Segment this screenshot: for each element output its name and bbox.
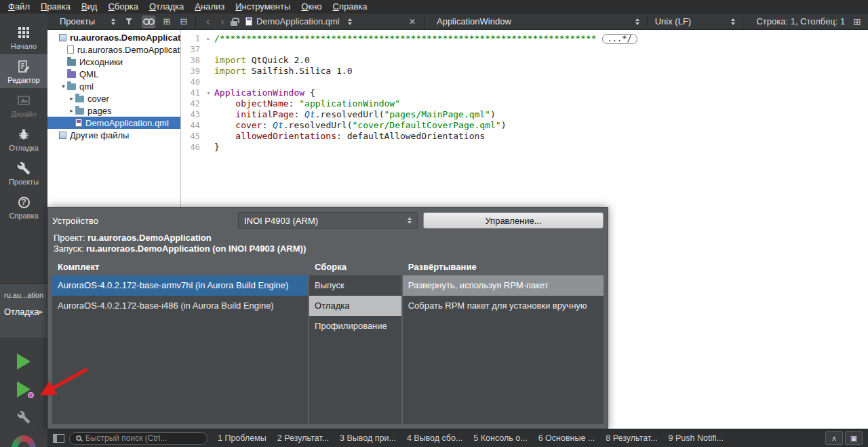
mode-design[interactable]: Дизайн <box>0 88 47 122</box>
output-pane-button[interactable]: 2 Результат... <box>272 429 334 447</box>
fold-marker-icon[interactable]: ▸ <box>203 33 214 44</box>
kit-selector-button[interactable]: ru.au...ation Отладка ▸ <box>0 284 47 339</box>
code-line[interactable]: 46} <box>181 142 868 153</box>
menu-item[interactable]: Вид <box>76 0 103 14</box>
menu-item[interactable]: Отладка <box>144 0 189 14</box>
add-pane-icon[interactable]: ⊞ <box>161 16 172 28</box>
tree-item[interactable]: ru.auroraos.DemoApplicatio <box>47 31 180 43</box>
close-pane-icon[interactable]: ⊟ <box>178 16 189 28</box>
split-editor-icon[interactable]: ⊞ <box>853 16 861 27</box>
manage-devices-button[interactable]: Управление... <box>423 212 604 229</box>
design-mode-icon <box>16 93 31 108</box>
close-document-icon[interactable]: ✕ <box>409 17 416 26</box>
menu-item[interactable]: Справка <box>328 0 373 14</box>
code-line[interactable]: 37 <box>181 44 868 55</box>
menu-item[interactable]: Правка <box>35 0 76 14</box>
folder-icon <box>75 108 84 115</box>
symbol-selector[interactable]: ApplicationWindow <box>434 14 642 29</box>
tree-item[interactable]: DemoApplication.qml <box>47 117 180 129</box>
option-row[interactable]: Собрать RPM пакет для установки вручную <box>403 296 604 316</box>
pane-selector-label: Проекты <box>60 16 95 26</box>
output-pane-button[interactable]: 8 Результат... <box>600 429 663 447</box>
option-row[interactable]: Развернуть, используя RPM-пакет <box>403 275 604 296</box>
code-text: objectName: "applicationWindow" <box>214 98 400 109</box>
tree-item[interactable]: ru.auroraos.DemoApplicatio <box>47 43 180 56</box>
code-line[interactable]: 41▾ApplicationWindow { <box>181 88 868 98</box>
code-line[interactable]: 40 <box>181 77 868 88</box>
tree-item[interactable]: ▾qml <box>47 80 180 92</box>
tree-item-label: DemoApplication.qml <box>85 118 169 128</box>
mode-label: Дизайн <box>12 110 37 118</box>
option-row[interactable]: Профилирование <box>309 316 401 336</box>
code-line[interactable]: 38import QtQuick 2.0 <box>181 55 868 66</box>
tree-item[interactable]: Другие файлы <box>47 129 180 141</box>
option-row[interactable]: Выпуск <box>309 275 401 296</box>
code-text: allowedOrientations: defaultAllowedOrien… <box>214 131 485 142</box>
debug-mode-icon <box>16 127 31 142</box>
option-row[interactable]: AuroraOS-4.0.2.172-base-i486 (in Aurora … <box>52 296 308 316</box>
code-line[interactable]: 1▸/*************************************… <box>181 33 868 44</box>
code-line[interactable]: 43 initialPage: Qt.resolvedUrl("pages/Ma… <box>181 109 868 120</box>
line-number: 43 <box>181 109 203 120</box>
tree-item[interactable]: ▸cover <box>47 92 180 104</box>
search-input[interactable] <box>85 433 201 443</box>
option-row[interactable]: AuroraOS-4.0.2.172-base-armv7hl (in Auro… <box>52 275 308 296</box>
column-list: Развернуть, используя RPM-пакетСобрать R… <box>403 275 604 424</box>
tree-item[interactable]: Исходники <box>47 56 180 68</box>
option-row[interactable]: Отладка <box>309 296 401 316</box>
output-pane-button[interactable]: 6 Основные ... <box>533 429 601 447</box>
run-button[interactable] <box>12 351 36 372</box>
mode-help[interactable]: ?Справка <box>0 190 47 224</box>
expander-icon[interactable]: ▸ <box>68 95 75 102</box>
output-pane-button[interactable]: 9 Push Notifi... <box>663 429 729 447</box>
mode-edit[interactable]: Редактор <box>0 54 47 88</box>
code-line[interactable]: 44 cover: Qt.resolvedUrl("cover/DefaultC… <box>181 120 868 131</box>
maximize-output-icon[interactable]: ▣ <box>845 431 863 445</box>
document-tab[interactable]: DemoApplication.qml <box>245 16 405 26</box>
fold-marker-icon <box>203 120 214 131</box>
run-label: Запуск: <box>54 244 83 254</box>
mode-rail: НачалоРедакторДизайнОтладкаПроекты?Справ… <box>0 14 47 447</box>
output-pane-button[interactable]: 4 Вывод сбо... <box>401 429 468 447</box>
filter-icon[interactable] <box>125 17 136 26</box>
mode-welcome[interactable]: Начало <box>0 20 47 54</box>
line-number: 45 <box>181 131 203 142</box>
output-pane-button[interactable]: 3 Вывод при... <box>334 429 401 447</box>
mode-projects[interactable]: Проекты <box>0 156 47 190</box>
toggle-sidebar-icon[interactable] <box>53 434 64 443</box>
code-line[interactable]: 45 allowedOrientations: defaultAllowedOr… <box>181 131 868 142</box>
output-pane-button[interactable]: 5 Консоль о... <box>468 429 532 447</box>
link-with-editor-icon[interactable] <box>142 16 155 28</box>
line-ending-selector[interactable]: Unix (LF) <box>652 14 738 29</box>
mode-debug[interactable]: Отладка <box>0 122 47 156</box>
fold-marker-icon[interactable]: ▾ <box>203 88 214 98</box>
line-number: 37 <box>181 44 203 55</box>
back-icon[interactable]: ‹ <box>202 16 214 28</box>
output-pane-button[interactable]: 1 Проблемы <box>212 429 272 447</box>
menu-item[interactable]: Анализ <box>189 0 230 14</box>
menu-item[interactable]: Инструменты <box>230 0 296 14</box>
forward-icon[interactable]: › <box>216 16 228 28</box>
expander-icon[interactable]: ▸ <box>68 107 75 114</box>
menu-item[interactable]: Файл <box>3 0 35 14</box>
device-combobox[interactable]: INOI P4903 (ARM) <box>238 212 418 229</box>
menu-item[interactable]: Сборка <box>102 0 144 14</box>
expander-icon[interactable]: ▾ <box>60 83 67 90</box>
code-line[interactable]: 39import Sailfish.Silica 1.0 <box>181 66 868 77</box>
code-line[interactable]: 42 objectName: "applicationWindow" <box>181 98 868 109</box>
mode-list: НачалоРедакторДизайнОтладкаПроекты?Справ… <box>0 14 47 224</box>
tree-item[interactable]: ▸pages <box>47 104 180 117</box>
file-icon <box>67 45 74 54</box>
column-list: AuroraOS-4.0.2.172-base-armv7hl (in Auro… <box>52 275 308 424</box>
tree-item[interactable]: QML <box>47 68 180 80</box>
menu-item[interactable]: Окно <box>296 0 327 14</box>
qt-creator-window: ФайлПравкаВидСборкаОтладкаАнализИнструме… <box>0 0 868 447</box>
start-debugging-button[interactable] <box>12 379 36 400</box>
fold-placeholder[interactable]: ...*/ <box>602 34 637 44</box>
pane-selector[interactable]: Проекты <box>57 14 118 29</box>
aurora-logo[interactable] <box>12 435 36 447</box>
code-text: cover: Qt.resolvedUrl("cover/DefaultCove… <box>214 120 507 131</box>
deploy-button[interactable] <box>12 407 36 427</box>
expand-output-icon[interactable]: ∧ <box>825 431 843 445</box>
locator-search[interactable] <box>69 432 208 445</box>
